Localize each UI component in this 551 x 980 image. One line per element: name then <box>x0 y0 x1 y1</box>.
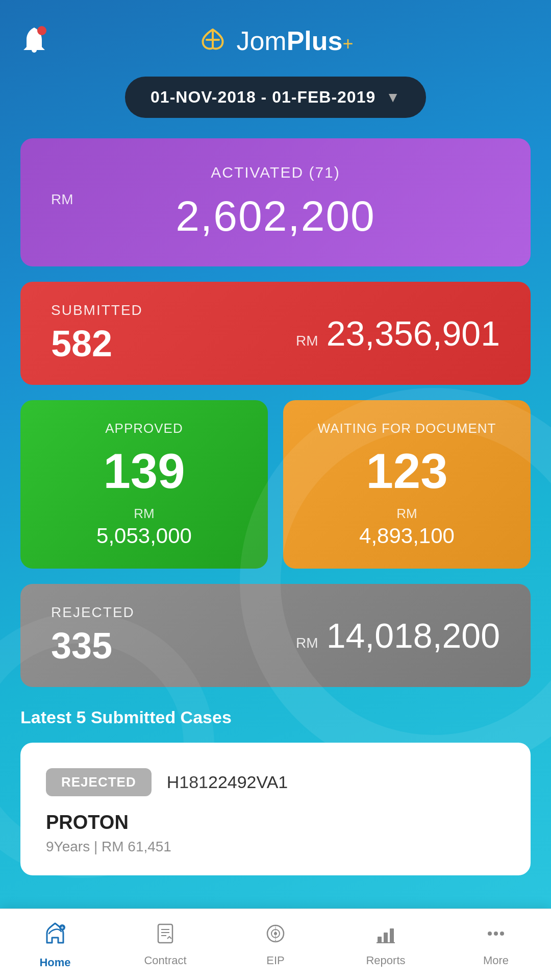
two-col-cards: APPROVED 139 RM 5,053,000 WAITING FOR DO… <box>20 400 531 569</box>
nav-item-eip[interactable]: EIP <box>220 922 331 967</box>
submitted-title: SUBMITTED <box>51 302 143 318</box>
svg-rect-12 <box>384 933 388 943</box>
case-card[interactable]: REJECTED H18122492VA1 PROTON 9Years | RM… <box>20 743 531 875</box>
eip-label: EIP <box>266 954 284 967</box>
svg-point-15 <box>488 932 492 936</box>
approved-title: APPROVED <box>41 421 247 436</box>
eip-icon <box>264 922 287 950</box>
contract-icon <box>154 922 177 950</box>
waiting-title: WAITING FOR DOCUMENT <box>304 421 510 436</box>
latest-cases-title: Latest 5 Submitted Cases <box>20 707 531 727</box>
logo: JomPlus + <box>197 26 353 56</box>
rejected-card[interactable]: REJECTED 335 RM 14,018,200 <box>20 584 531 687</box>
submitted-card[interactable]: SUBMITTED 582 RM 23,356,901 <box>20 282 531 385</box>
rejected-amount: 14,018,200 <box>327 616 500 655</box>
svg-point-0 <box>37 26 46 35</box>
svg-rect-13 <box>390 928 394 943</box>
submitted-rm-label: RM <box>296 333 318 349</box>
logo-plus: + <box>343 33 354 55</box>
reports-label: Reports <box>366 954 405 967</box>
date-selector[interactable]: 01-NOV-2018 - 01-FEB-2019 ▼ <box>0 77 551 118</box>
activated-title: ACTIVATED (71) <box>51 164 500 181</box>
activated-rm-label: RM <box>51 191 73 208</box>
submitted-count: 582 <box>51 323 143 364</box>
rejected-count: 335 <box>51 625 135 667</box>
case-name: PROTON <box>46 812 505 834</box>
svg-point-17 <box>500 932 504 936</box>
svg-text:+: + <box>61 925 64 930</box>
nav-item-home[interactable]: + Home <box>0 920 110 969</box>
date-range-button[interactable]: 01-NOV-2018 - 01-FEB-2019 ▼ <box>125 77 426 118</box>
chevron-down-icon: ▼ <box>386 89 400 106</box>
svg-rect-11 <box>378 937 382 943</box>
case-header: REJECTED H18122492VA1 <box>46 768 505 796</box>
more-label: More <box>483 954 509 967</box>
activated-card[interactable]: ACTIVATED (71) RM 2,602,200 <box>20 138 531 266</box>
more-icon <box>485 922 507 950</box>
waiting-count: 123 <box>304 447 510 496</box>
waiting-rm-label: RM <box>304 506 510 522</box>
case-details: 9Years | RM 61,451 <box>46 839 505 855</box>
nav-item-reports[interactable]: Reports <box>331 922 441 967</box>
approved-count: 139 <box>41 447 247 496</box>
contract-label: Contract <box>144 954 186 967</box>
activated-amount: 2,602,200 <box>176 191 375 241</box>
nav-item-contract[interactable]: Contract <box>110 922 220 967</box>
waiting-card[interactable]: WAITING FOR DOCUMENT 123 RM 4,893,100 <box>283 400 531 569</box>
svg-rect-3 <box>158 924 172 943</box>
rejected-rm-label: RM <box>296 635 318 651</box>
approved-amount: 5,053,000 <box>41 524 247 548</box>
main-content: ACTIVATED (71) RM 2,602,200 SUBMITTED 58… <box>0 138 551 967</box>
approved-card[interactable]: APPROVED 139 RM 5,053,000 <box>20 400 268 569</box>
home-label: Home <box>39 956 70 969</box>
date-range-text: 01-NOV-2018 - 01-FEB-2019 <box>151 88 375 107</box>
notification-bell-icon[interactable] <box>20 26 48 61</box>
nav-item-more[interactable]: More <box>441 922 551 967</box>
home-icon: + <box>42 920 68 952</box>
case-status-badge: REJECTED <box>46 768 152 796</box>
reports-icon <box>374 922 397 950</box>
approved-rm-label: RM <box>41 506 247 522</box>
svg-point-16 <box>494 932 498 936</box>
bottom-nav: + Home Contract EIP <box>0 909 551 980</box>
header: JomPlus + <box>0 0 551 66</box>
logo-text: JomPlus <box>236 26 342 56</box>
case-id: H18122492VA1 <box>167 772 288 792</box>
waiting-amount: 4,893,100 <box>304 524 510 548</box>
rejected-title: REJECTED <box>51 604 135 621</box>
submitted-amount: 23,356,901 <box>327 313 500 353</box>
